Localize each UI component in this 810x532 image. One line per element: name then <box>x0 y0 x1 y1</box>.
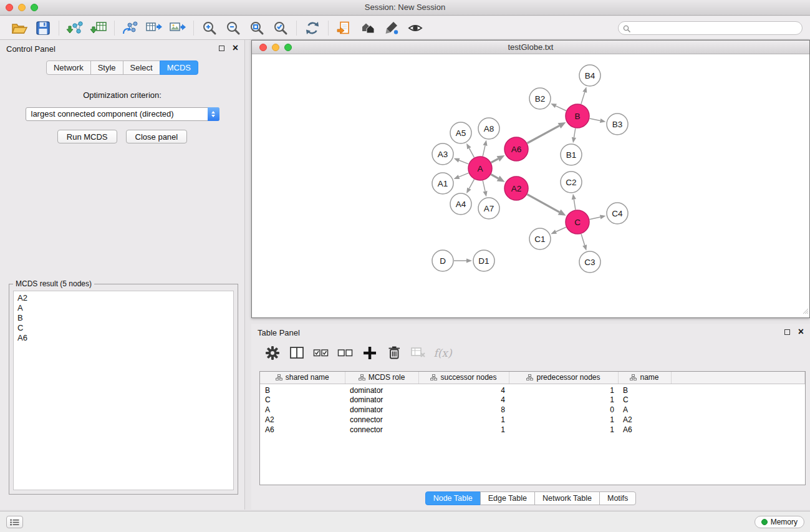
close-panel-action-button[interactable]: Close panel <box>126 130 188 143</box>
cell-shared-name[interactable]: A6 <box>260 425 345 435</box>
graph-edge-A-A8[interactable] <box>483 145 485 156</box>
zoom-in-button[interactable] <box>198 18 221 38</box>
graph-edge-C-C2[interactable] <box>574 200 576 210</box>
mcds-result-list[interactable]: A2 A B C A6 <box>13 291 234 490</box>
cell-shared-name[interactable]: A2 <box>260 415 345 425</box>
result-item[interactable]: A <box>17 303 233 313</box>
result-item[interactable]: A6 <box>17 333 233 343</box>
tab-motifs[interactable]: Motifs <box>599 491 636 505</box>
column-header-mcds-role[interactable]: MCDS role <box>345 372 418 384</box>
close-panel-button[interactable]: × <box>233 45 238 51</box>
graph-edge-A-A5[interactable] <box>469 148 474 158</box>
new-network-button[interactable] <box>118 18 142 38</box>
graph-edge-A-A6[interactable] <box>491 159 498 163</box>
graph-edge-A6-B[interactable] <box>528 126 559 143</box>
result-item[interactable]: B <box>17 313 233 323</box>
cell-shared-name[interactable]: A <box>260 405 345 415</box>
home-button[interactable] <box>356 18 380 38</box>
cell-name[interactable]: A <box>618 405 671 415</box>
table-row[interactable]: A6 connector 1 1 A6 <box>260 425 805 435</box>
cell-successor-nodes[interactable]: 4 <box>418 384 509 395</box>
column-header-predecessor-nodes[interactable]: predecessor nodes <box>509 372 618 384</box>
cell-name[interactable]: B <box>618 384 671 395</box>
graph-edge-C-C1[interactable] <box>556 227 566 231</box>
cell-shared-name[interactable]: C <box>260 395 345 405</box>
column-header-shared-name[interactable]: shared name <box>260 372 345 384</box>
table-settings-button[interactable] <box>263 343 282 363</box>
run-mcds-button[interactable]: Run MCDS <box>57 130 117 143</box>
window-close-button[interactable] <box>6 4 13 11</box>
select-all-columns-button[interactable] <box>311 343 331 363</box>
zoom-out-button[interactable] <box>221 18 245 38</box>
cell-mcds-role[interactable]: dominator <box>345 395 418 405</box>
tab-select[interactable]: Select <box>123 60 160 75</box>
float-table-panel-button[interactable] <box>784 329 790 335</box>
cell-predecessor-nodes[interactable]: 1 <box>509 425 618 435</box>
result-item[interactable]: C <box>17 323 233 333</box>
cell-predecessor-nodes[interactable]: 1 <box>509 395 618 405</box>
graph-edge-B-B3[interactable] <box>590 118 600 120</box>
cell-mcds-role[interactable]: connector <box>345 415 418 425</box>
network-window-minimize-button[interactable] <box>272 44 279 51</box>
network-window-close-button[interactable] <box>259 44 267 51</box>
refresh-button[interactable] <box>301 18 324 38</box>
unselect-all-columns-button[interactable] <box>335 343 355 363</box>
graph-edge-A-A4[interactable] <box>469 180 474 189</box>
add-column-button[interactable] <box>360 343 380 363</box>
cell-shared-name[interactable]: B <box>260 384 345 395</box>
table-row[interactable]: A2 connector 1 1 A2 <box>260 415 805 425</box>
graph-edge-B-B4[interactable] <box>581 92 585 104</box>
import-network-button[interactable] <box>63 18 87 38</box>
cell-name[interactable]: A2 <box>618 415 671 425</box>
export-table-button[interactable] <box>142 18 166 38</box>
cell-predecessor-nodes[interactable]: 1 <box>509 415 618 425</box>
tab-network-table[interactable]: Network Table <box>534 491 600 505</box>
network-window-zoom-button[interactable] <box>284 44 292 51</box>
graph-edge-A-A3[interactable] <box>459 160 468 164</box>
graph-edge-B-B1[interactable] <box>574 128 575 138</box>
split-columns-button[interactable] <box>287 343 307 363</box>
graph-edge-A2-C[interactable] <box>528 195 560 212</box>
search-input[interactable] <box>618 21 803 35</box>
graph-edge-A-A2[interactable] <box>491 175 499 178</box>
cell-predecessor-nodes[interactable]: 0 <box>509 405 618 415</box>
table-row[interactable]: C dominator 4 1 C <box>260 395 805 405</box>
delete-table-button[interactable] <box>408 343 428 363</box>
close-table-panel-button[interactable]: × <box>798 329 804 335</box>
float-panel-button[interactable] <box>219 46 224 51</box>
tab-node-table[interactable]: Node Table <box>425 491 481 505</box>
cell-predecessor-nodes[interactable]: 1 <box>509 384 618 395</box>
tab-network[interactable]: Network <box>46 60 91 75</box>
dropdown-stepper[interactable] <box>208 107 219 121</box>
result-item[interactable]: A2 <box>17 293 233 303</box>
network-graph[interactable]: B4B2BB3A5A8A6B1A3AC2A1A2A4A7C4CC1C3DD1 <box>252 55 809 317</box>
cell-mcds-role[interactable]: dominator <box>345 384 418 395</box>
resize-grip[interactable] <box>801 306 809 317</box>
toggle-visibility-button[interactable] <box>403 18 427 38</box>
graph-edge-C-C3[interactable] <box>581 234 585 245</box>
graph-edge-C-C4[interactable] <box>590 217 600 220</box>
graph-edge-B-B2[interactable] <box>556 106 566 111</box>
tab-mcds[interactable]: MCDS <box>160 60 198 75</box>
column-header-name[interactable]: name <box>618 372 671 384</box>
zoom-selected-button[interactable] <box>269 18 292 38</box>
cell-successor-nodes[interactable]: 1 <box>418 415 509 425</box>
export-image-button[interactable] <box>166 18 190 38</box>
cell-mcds-role[interactable]: dominator <box>345 405 418 415</box>
import-table-button[interactable] <box>87 18 110 38</box>
export-document-button[interactable] <box>332 18 356 38</box>
cell-name[interactable]: A6 <box>618 425 671 435</box>
zoom-fit-button[interactable] <box>245 18 269 38</box>
window-zoom-button[interactable] <box>31 4 38 11</box>
cell-successor-nodes[interactable]: 8 <box>418 405 509 415</box>
criterion-dropdown[interactable]: largest connected component (directed) <box>26 107 219 121</box>
function-builder-button[interactable]: f(x) <box>433 343 453 363</box>
network-canvas[interactable]: B4B2BB3A5A8A6B1A3AC2A1A2A4A7C4CC1C3DD1 <box>252 55 809 317</box>
table-row[interactable]: B dominator 4 1 B <box>260 384 805 395</box>
graph-edge-A-A7[interactable] <box>483 181 485 191</box>
save-session-button[interactable] <box>31 18 55 38</box>
tab-edge-table[interactable]: Edge Table <box>480 491 535 505</box>
delete-column-button[interactable] <box>384 343 404 363</box>
style-brush-button[interactable] <box>380 18 403 38</box>
column-header-successor-nodes[interactable]: successor nodes <box>418 372 509 384</box>
